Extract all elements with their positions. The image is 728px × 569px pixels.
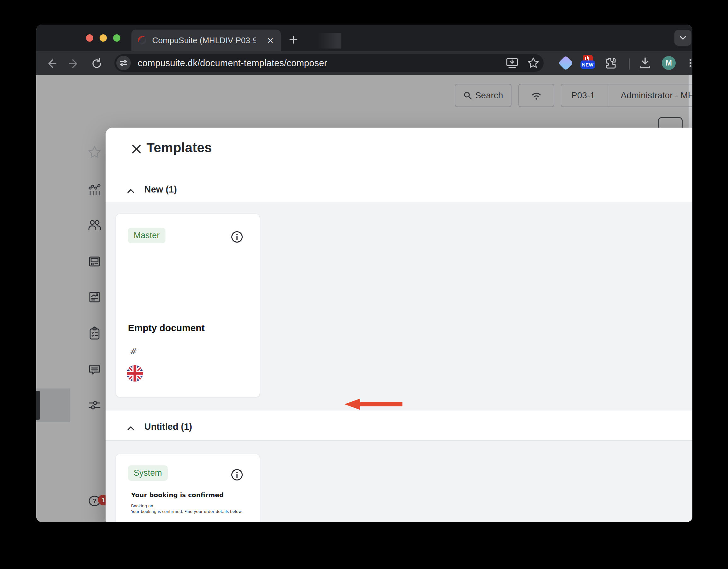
search-button[interactable]: Search	[455, 84, 511, 107]
sidebar-active-indicator	[36, 391, 40, 420]
reload-button[interactable]	[89, 56, 104, 71]
toolbar-separator	[629, 58, 630, 70]
section-body-untitled: System Your booking is confirmed Booking…	[106, 441, 692, 522]
sidebar-item-document-settings[interactable]	[88, 398, 101, 412]
modal-close-button[interactable]	[130, 142, 143, 156]
connectivity-button[interactable]	[518, 84, 554, 107]
extensions-puzzle-icon[interactable]	[604, 55, 619, 71]
info-icon[interactable]	[231, 468, 243, 481]
terminal-icon	[88, 255, 101, 268]
workstation-id: P03-1	[562, 84, 604, 106]
tab-close-icon[interactable]: ✕	[265, 35, 276, 46]
svg-text:?: ?	[93, 497, 97, 504]
document-preview: Your booking is confirmed Booking no. Yo…	[131, 491, 251, 522]
collapse-chevron-icon[interactable]	[125, 186, 136, 197]
preview-line: Your booking is confirmed. Find your ord…	[131, 509, 251, 514]
preview-line: Booking no.	[131, 503, 251, 509]
sidebar-item-customers[interactable]	[88, 218, 101, 232]
section-label: Untitled (1)	[144, 422, 192, 432]
clipboard-checklist-icon	[88, 326, 101, 340]
tab-title: CompuSuite (MHLDIV-P03-9	[152, 36, 256, 45]
close-icon	[131, 144, 142, 154]
sliders-icon	[88, 398, 101, 412]
sidebar-item-analytics[interactable]	[88, 183, 101, 197]
site-settings-icon[interactable]	[116, 56, 131, 70]
profile-button[interactable]: P03-1 Administrator - MHLDIV	[561, 84, 692, 107]
template-card-system[interactable]: System Your booking is confirmed Booking…	[116, 454, 260, 522]
extension-diamond-icon[interactable]	[558, 55, 573, 71]
template-title: Empty document	[128, 323, 205, 333]
info-icon[interactable]	[231, 231, 243, 243]
preview-heading: Your booking is confirmed	[131, 491, 251, 499]
star-icon	[88, 145, 101, 159]
template-card-master[interactable]: Master Empty document #	[116, 214, 260, 397]
sidebar-active-tile	[36, 388, 70, 422]
preview-line: Ordredato @FELT(114)	[131, 521, 251, 522]
section-body-new: Master Empty document #	[106, 202, 692, 411]
close-window-button[interactable]	[86, 34, 93, 42]
modal-title: Templates	[147, 140, 212, 155]
user-name: Administrator - MHLDIV	[611, 84, 692, 106]
url-bar[interactable]: compusuite.dk/document-templates/compose…	[114, 54, 544, 72]
screenshot-stage: CompuSuite (MHLDIV-P03-9 ✕	[0, 0, 728, 569]
collapse-chevron-icon[interactable]	[125, 423, 136, 434]
tab-strip: CompuSuite (MHLDIV-P03-9 ✕	[36, 25, 692, 51]
new-tab-button[interactable]	[287, 33, 300, 46]
section-header-untitled[interactable]: Untitled (1)	[106, 419, 692, 438]
sidebar-item-messages[interactable]	[88, 363, 101, 376]
back-button[interactable]	[44, 56, 59, 71]
wifi-icon	[530, 90, 543, 101]
chevron-down-icon	[679, 33, 687, 42]
section-label: New (1)	[144, 184, 177, 195]
browser-menu-icon[interactable]	[683, 55, 692, 71]
browser-window: CompuSuite (MHLDIV-P03-9 ✕	[36, 25, 692, 522]
template-badge: System	[128, 465, 168, 481]
sidebar-item-register[interactable]	[88, 255, 101, 268]
tab-title-fade	[317, 33, 341, 49]
analytics-icon	[88, 183, 101, 197]
templates-modal: Templates New (1) Master Empty document …	[106, 128, 692, 522]
sidebar-item-orders[interactable]	[88, 326, 101, 340]
report-chart-icon	[88, 290, 101, 304]
template-badge: Master	[128, 228, 165, 243]
extension-new-icon[interactable]: NEW	[580, 55, 595, 71]
browser-tab[interactable]: CompuSuite (MHLDIV-P03-9 ✕	[131, 30, 281, 51]
forward-button[interactable]	[66, 56, 82, 71]
compusuite-favicon	[136, 35, 148, 46]
zoom-window-button[interactable]	[113, 34, 120, 42]
sidebar-item-reports[interactable]	[88, 290, 101, 304]
search-label: Search	[475, 90, 503, 101]
minimize-window-button[interactable]	[100, 34, 107, 42]
new-badge: NEW	[581, 60, 595, 69]
template-subtitle: #	[129, 346, 136, 356]
section-header-new[interactable]: New (1)	[106, 182, 692, 201]
url-text: compusuite.dk/document-templates/compose…	[138, 58, 327, 68]
tab-search-button[interactable]	[674, 30, 691, 46]
bookmark-star-icon[interactable]	[527, 57, 539, 69]
profile-divider	[608, 84, 608, 106]
sidebar-item-favorites[interactable]	[88, 145, 101, 159]
install-app-icon[interactable]	[506, 57, 518, 69]
downloads-icon[interactable]	[638, 55, 653, 71]
annotation-arrow-icon	[344, 398, 404, 411]
search-icon	[463, 91, 472, 100]
profile-avatar[interactable]: M	[661, 55, 676, 71]
comment-icon	[88, 363, 101, 376]
uk-flag-icon	[127, 365, 143, 382]
people-icon	[88, 218, 101, 232]
